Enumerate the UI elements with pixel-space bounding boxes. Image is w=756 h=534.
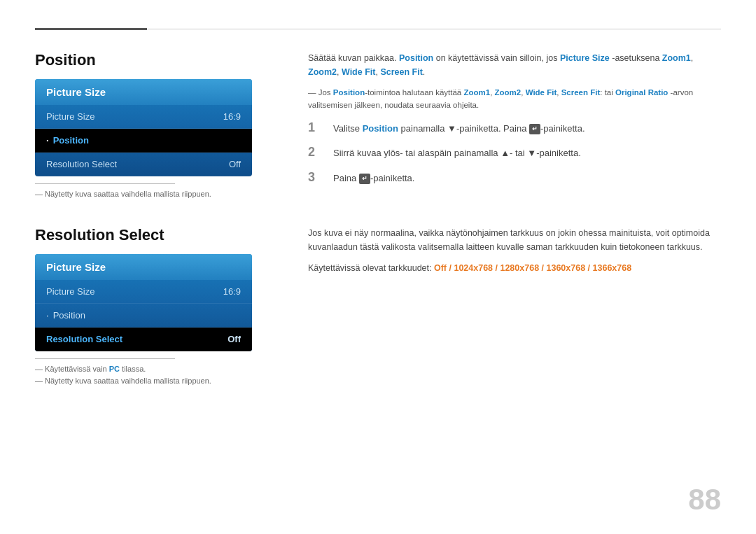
- item-label-picture-size-1: Picture Size: [46, 111, 94, 122]
- resolution-right-col: Jos kuva ei näy normaalina, vaikka näytö…: [287, 226, 721, 385]
- position-left-col: Position Picture Size Picture Size 16:9 …: [35, 51, 287, 198]
- resolution-values: Off / 1024x768 / 1280x768 / 1360x768 / 1…: [434, 263, 631, 273]
- item-value-picture-size-1: 16:9: [223, 111, 241, 122]
- step1-position-keyword: Position: [363, 123, 398, 134]
- resolution-intro: Jos kuva ei näy normaalina, vaikka näytö…: [308, 226, 721, 254]
- widefit-keyword: Wide Fit: [342, 67, 376, 77]
- step-1: 1 Valitse Position painamalla ▼-painiket…: [308, 120, 721, 136]
- position-title: Position: [35, 51, 273, 69]
- resolution-label-1: Resolution Select: [46, 159, 117, 169]
- resolution-divider: [35, 358, 175, 359]
- item-label-resolution-2: Resolution Select: [46, 334, 122, 344]
- resolution-options: Käytettävissä olevat tarkkuudet: Off / 1…: [308, 261, 721, 275]
- step-number-2: 2: [308, 145, 328, 160]
- resolutions-label: Käytettävissä olevat tarkkuudet:: [308, 263, 431, 273]
- resolution-note-2: ― Näytetty kuva saattaa vaihdella mallis…: [35, 377, 273, 385]
- top-line-dark: [35, 28, 147, 30]
- menu-item-picture-size-1: Picture Size 16:9: [35, 105, 252, 129]
- originalratio-sub: Original Ratio: [615, 88, 668, 97]
- item-value-resolution-1: Off: [229, 159, 241, 169]
- position-dot: ·: [46, 135, 49, 146]
- position-steps: 1 Valitse Position painamalla ▼-painiket…: [308, 120, 721, 185]
- resolution-menu-header: Picture Size: [35, 254, 252, 280]
- menu-item-position: · Position: [35, 129, 252, 153]
- position-sub-intro: ― Jos Position-toimintoa halutaan käyttä…: [308, 86, 721, 112]
- section-position: Position Picture Size Picture Size 16:9 …: [35, 51, 721, 198]
- top-line-light: [147, 29, 721, 29]
- pc-highlight: PC: [109, 365, 120, 373]
- step-text-3: Paina ↵-painiketta.: [333, 170, 414, 185]
- page-container: Position Picture Size Picture Size 16:9 …: [0, 0, 756, 534]
- widefit-sub: Wide Fit: [526, 88, 557, 97]
- step-number-1: 1: [308, 120, 328, 136]
- position-intro-text: Säätää kuvan paikkaa. Position on käytet…: [308, 51, 721, 79]
- zoom1-sub: Zoom1: [463, 88, 490, 97]
- step-2: 2 Siirrä kuvaa ylös- tai alaspäin painam…: [308, 145, 721, 160]
- item-label-picture-size-2: Picture Size: [46, 286, 94, 297]
- position-label: Position: [53, 135, 89, 146]
- step-text-2: Siirrä kuvaa ylös- tai alaspäin painamal…: [333, 145, 581, 160]
- menu-item-picture-size-2: Picture Size 16:9: [35, 280, 252, 304]
- position-label-2: Position: [53, 310, 85, 321]
- menu-item-resolution-1: Resolution Select Off: [35, 153, 252, 176]
- position-menu-box: Picture Size Picture Size 16:9 · Positio…: [35, 79, 252, 176]
- step-number-3: 3: [308, 170, 328, 185]
- section-resolution: Resolution Select Picture Size Picture S…: [35, 226, 721, 385]
- resolution-label-2: Resolution Select: [46, 334, 122, 344]
- position-sub-keyword: Position: [333, 88, 365, 97]
- enter-icon-1: ↵: [529, 124, 540, 135]
- step-3: 3 Paina ↵-painiketta.: [308, 170, 721, 185]
- resolution-left-col: Resolution Select Picture Size Picture S…: [35, 226, 287, 385]
- position-menu-header: Picture Size: [35, 79, 252, 105]
- position-divider: [35, 183, 175, 184]
- position-right-col: Säätää kuvan paikkaa. Position on käytet…: [287, 51, 721, 198]
- top-divider: [35, 28, 721, 30]
- menu-item-position-2: · Position: [35, 304, 252, 328]
- menu-item-resolution-2: Resolution Select Off: [35, 328, 252, 351]
- resolution-menu-box: Picture Size Picture Size 16:9 · Positio…: [35, 254, 252, 351]
- picture-size-keyword: Picture Size: [560, 53, 610, 63]
- item-value-resolution-2: Off: [227, 334, 241, 344]
- step-text-1: Valitse Position painamalla ▼-painiketta…: [333, 120, 585, 136]
- resolution-title: Resolution Select: [35, 226, 273, 244]
- item-label-position: · Position: [46, 135, 89, 146]
- zoom2-sub: Zoom2: [495, 88, 522, 97]
- resolution-note-1: ― Käytettävissä vain PC tilassa.: [35, 365, 273, 373]
- position-dot-2: ·: [46, 310, 49, 321]
- zoom2-keyword: Zoom2: [308, 67, 337, 77]
- zoom1-keyword: Zoom1: [662, 53, 691, 63]
- item-label-resolution-1: Resolution Select: [46, 159, 117, 169]
- page-number: 88: [688, 483, 721, 517]
- screenfit-sub: Screen Fit: [561, 88, 601, 97]
- picture-size-label-1: Picture Size: [46, 111, 94, 122]
- item-label-position-2: · Position: [46, 310, 85, 321]
- screenfit-keyword: Screen Fit: [380, 67, 422, 77]
- position-keyword: Position: [399, 53, 433, 63]
- picture-size-label-2: Picture Size: [46, 286, 94, 297]
- position-note: ― Näytetty kuva saattaa vaihdella mallis…: [35, 190, 273, 198]
- enter-icon-2: ↵: [359, 174, 370, 185]
- item-value-picture-size-2: 16:9: [223, 286, 241, 297]
